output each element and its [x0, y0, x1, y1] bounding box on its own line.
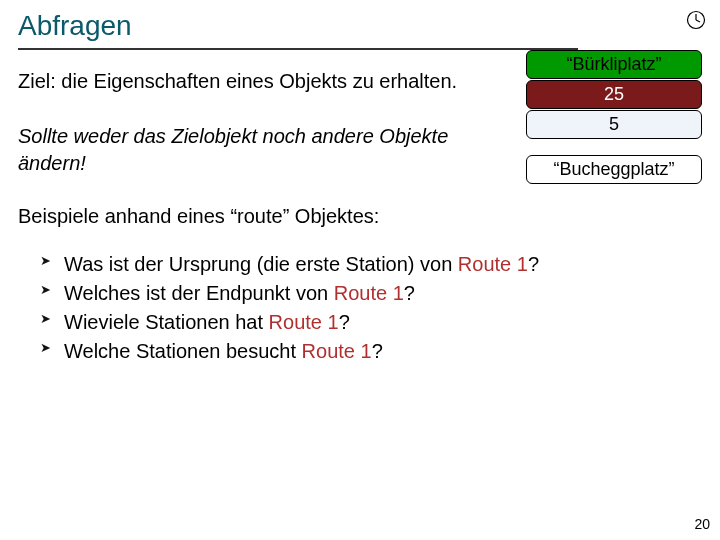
route-term: Route 1 — [269, 311, 339, 333]
list-item: Wieviele Stationen hat Route 1? — [64, 308, 702, 337]
list-item: Welche Stationen besucht Route 1? — [64, 337, 702, 366]
bullet-suffix: ? — [339, 311, 350, 333]
bullet-text: Wieviele Stationen hat — [64, 311, 269, 333]
bullet-list: Was ist der Ursprung (die erste Station)… — [18, 250, 702, 366]
attribute-box-2: 25 — [526, 80, 702, 109]
route-term: Route 1 — [302, 340, 372, 362]
lead-paragraph-2: Sollte weder das Zielobjekt noch andere … — [18, 123, 488, 177]
corner-logo — [686, 10, 706, 34]
page-number: 20 — [694, 516, 710, 532]
list-item: Welches ist der Endpunkt von Route 1? — [64, 279, 702, 308]
bullet-text: Welche Stationen besucht — [64, 340, 302, 362]
attribute-box-3: 5 — [526, 110, 702, 139]
list-item: Was ist der Ursprung (die erste Station)… — [64, 250, 702, 279]
examples-lead: Beispiele anhand eines “route” Objektes: — [18, 205, 702, 228]
attribute-box-4: “Bucheggplatz” — [526, 155, 702, 184]
svg-line-2 — [696, 20, 700, 22]
bullet-suffix: ? — [372, 340, 383, 362]
route-term: Route 1 — [458, 253, 528, 275]
lead-paragraph: Ziel: die Eigenschaften eines Objekts zu… — [18, 68, 478, 95]
attribute-box-1: “Bürkliplatz” — [526, 50, 702, 79]
bullet-suffix: ? — [404, 282, 415, 304]
slide-title: Abfragen — [0, 0, 720, 48]
route-term: Route 1 — [334, 282, 404, 304]
bullet-text: Welches ist der Endpunkt von — [64, 282, 334, 304]
object-attribute-boxes: “Bürkliplatz” 25 5 “Bucheggplatz” — [526, 50, 702, 185]
bullet-suffix: ? — [528, 253, 539, 275]
bullet-text: Was ist der Ursprung (die erste Station)… — [64, 253, 458, 275]
